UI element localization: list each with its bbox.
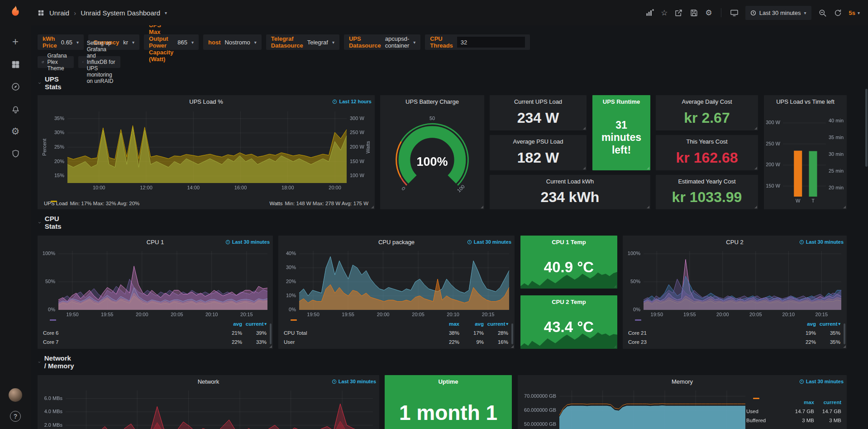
panel-time-badge[interactable]: Last 12 hours [332,95,372,108]
variable-telegraf-datasource[interactable]: Telegraf Datasource Telegraf ▾ [266,34,339,50]
panel-title[interactable]: Network [198,378,219,385]
row-header-network-memory[interactable]: Network / Memory [38,357,74,367]
stat-value: 234 W [490,105,587,130]
external-link-icon [42,59,44,65]
stat-value: kr 162.68 [656,145,758,170]
refresh-interval-picker[interactable]: 5s ▾ [849,10,860,16]
caret-down-icon: ▾ [264,322,267,326]
cpu-package-chart[interactable] [280,248,513,318]
variable-kwh-price[interactable]: kWh Price 0.65 ▾ [38,34,84,50]
legend-scrollbar[interactable] [270,323,272,344]
legend-row[interactable]: Buffered 3 MB 3 MB [746,416,841,425]
legend-row[interactable]: Core 7 22% 33% [43,337,267,347]
variable-cpu-threads[interactable]: CPU Threads [425,34,530,50]
panel-title[interactable]: Current UPS Load [490,95,587,105]
legend-scrollbar[interactable] [511,323,513,344]
network-chart[interactable] [39,388,377,429]
row-header-ups-stats[interactable]: UPS Stats [38,77,64,88]
sidebar-item-server-admin[interactable] [11,149,20,159]
row-header-cpu-stats[interactable]: CPU Stats [38,217,64,228]
legend-sort-max[interactable]: max [787,400,814,405]
dashboard-settings-button[interactable]: ⚙ [705,9,712,17]
panel-title[interactable]: CPU 2 [726,239,743,246]
cpu2-chart[interactable] [625,248,845,318]
link-ups-monitoring-guide[interactable]: Setting up Grafana and InfluxDB for UPS … [78,56,120,68]
panel-title[interactable]: This Years Cost [656,135,758,145]
refresh-button[interactable] [834,9,842,17]
cpu1-chart[interactable] [39,248,271,318]
ups-load-vs-time-chart[interactable] [765,109,846,205]
panel-time-badge[interactable]: Last 30 minutes [332,375,376,388]
panel-network: Network Last 30 minutes [38,375,379,429]
legend-scrollbar[interactable] [844,323,845,344]
sidebar-item-alerting[interactable] [11,104,20,114]
ups-load-chart[interactable] [39,108,373,192]
add-panel-icon [645,9,654,17]
legend-row[interactable]: CPU Total 38% 17% 28% [284,328,508,337]
panel-time-badge[interactable]: Last 30 minutes [225,236,270,248]
cycle-view-button[interactable] [730,9,739,17]
legend-item[interactable]: Watts Min: 148 W Max: 278 W Avg: 175 W [270,201,368,206]
panel-uptime: Uptime 1 month 1 [385,375,512,429]
star-button[interactable]: ☆ [661,9,668,17]
panel-title[interactable]: CPU 1 Temp [520,236,617,246]
sidebar-item-create[interactable]: + [12,36,19,47]
panel-title[interactable]: UPS Battery Charge [405,98,459,105]
share-button[interactable] [674,9,683,17]
panel-title[interactable]: CPU 2 Temp [520,295,617,305]
legend-table: max avg current▾ CPU Total 38% 17% 28% U… [284,319,508,347]
sidebar-item-configuration[interactable]: ⚙ [11,126,20,136]
panel-title[interactable]: Uptime [385,375,512,385]
cpu-threads-input[interactable] [457,37,525,48]
panel-time-badge[interactable]: Last 30 minutes [467,236,511,248]
save-button[interactable] [690,9,698,17]
add-panel-button[interactable] [645,9,654,17]
panel-title[interactable]: CPU 1 [147,239,164,246]
zoom-out-button[interactable] [818,9,827,17]
panel-title[interactable]: UPS Load % [189,98,223,105]
panel-time-badge[interactable]: Last 30 minutes [799,375,844,388]
breadcrumb-folder[interactable]: Unraid [49,9,69,17]
legend-row[interactable]: Core 21 19% 35% [628,328,840,337]
battery-gauge[interactable] [384,109,481,202]
grid-icon[interactable] [37,9,45,17]
user-avatar[interactable] [9,388,22,402]
legend-sort-current[interactable]: current▾ [816,321,840,327]
legend-sort-max[interactable]: max [435,321,459,327]
legend-sort-current[interactable]: current [814,400,841,405]
panel-title[interactable]: Memory [672,378,693,385]
panel-time-badge[interactable]: Last 30 minutes [799,236,844,248]
legend-row[interactable]: Core 6 21% 39% [43,328,267,337]
panel-title[interactable]: UPS Load vs Time left [776,98,835,105]
variable-ups-max-output[interactable]: UPS Max Output Power Capacity (Watt) 865… [144,34,199,50]
panel-title[interactable]: UPS Runtime [592,95,650,105]
time-range-picker[interactable]: Last 30 minutes ▾ [745,6,811,20]
breadcrumb-separator-icon: › [74,9,76,17]
panel-title[interactable]: Current Load kWh [490,175,650,185]
page-title[interactable]: Unraid System Dashboard [81,9,160,17]
legend-item[interactable]: UPS Load Min: 17% Max: 32% Avg: 20% [44,201,139,206]
sidebar-item-explore[interactable] [11,82,20,92]
panel-title[interactable]: CPU package [378,239,415,246]
variable-ups-datasource[interactable]: UPS Datasource apcupsd-container ▾ [344,34,420,50]
legend-sort-current[interactable]: current▾ [484,321,508,327]
gear-icon: ⚙ [11,126,20,136]
chevron-down-icon[interactable]: ▾ [165,10,167,15]
help-button[interactable]: ? [10,411,21,422]
memory-chart[interactable] [520,388,748,429]
legend-row[interactable]: User 22% 9% 16% [284,337,508,347]
legend-row[interactable]: Core 23 22% 35% [628,337,840,347]
panel-title[interactable]: Estimated Yearly Cost [656,175,758,185]
panel-title[interactable]: Average Daily Cost [656,95,758,105]
variable-host[interactable]: host Nostromo ▾ [203,34,262,50]
grafana-logo[interactable] [8,5,23,20]
legend-sort-avg[interactable]: avg [218,321,242,327]
legend-sort-avg[interactable]: avg [792,321,816,327]
legend-sort-current[interactable]: current▾ [242,321,267,327]
legend-sort-avg[interactable]: avg [459,321,484,327]
scrollbar[interactable] [865,89,868,167]
legend-row[interactable]: Used 14.7 GB 14.7 GB [746,407,841,416]
link-grafana-plex-theme[interactable]: Grafana Plex Theme [38,56,74,68]
panel-title[interactable]: Average PSU Load [490,135,587,145]
sidebar-item-dashboards[interactable] [11,60,20,69]
